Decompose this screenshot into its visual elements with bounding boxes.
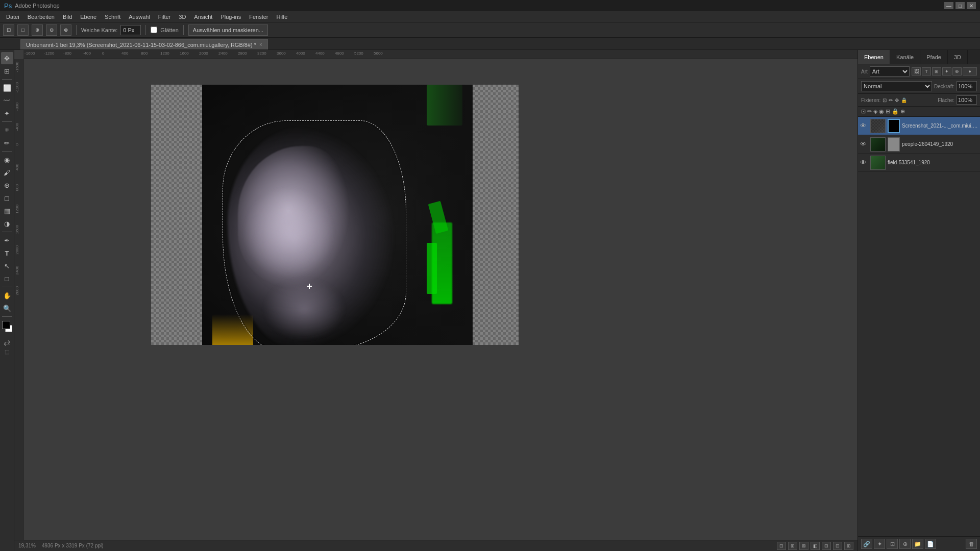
filter-icon-1[interactable]: 🖼 (912, 67, 921, 76)
foreground-color[interactable] (2, 321, 10, 329)
filter-icon-3[interactable]: ⊞ (932, 67, 941, 76)
layer-visibility-icon[interactable]: 👁 (860, 122, 868, 130)
lasso-tool[interactable]: 〰 (1, 94, 13, 107)
artboard-tool[interactable]: ⊞ (1, 65, 13, 77)
menu-datei[interactable]: Datei (2, 13, 23, 21)
lasso-add-btn[interactable]: ⊕ (32, 24, 43, 36)
status-icon-5[interactable]: ⊟ (822, 542, 831, 550)
heal-tool[interactable]: ◉ (1, 154, 13, 166)
dodge-tool[interactable]: ◑ (1, 217, 13, 230)
layer-name: Screenshot_2021-..._com.miui.gallery (902, 123, 978, 129)
tab-kanaele[interactable]: Kanäle (890, 50, 920, 64)
default-colors-icon[interactable]: ⬚ (5, 349, 9, 355)
status-icon-6[interactable]: ⊡ (833, 542, 842, 550)
lock-position-icon[interactable]: ✥ (895, 97, 899, 103)
menu-hilfe[interactable]: Hilfe (272, 13, 291, 21)
lock-transparent-icon[interactable]: ⊡ (883, 97, 887, 103)
marquee-tool[interactable]: ⬜ (1, 82, 13, 94)
layer-blend-mode[interactable]: Normal (861, 81, 932, 91)
tool-preset-btn[interactable]: ⊡ (3, 24, 14, 36)
smooth-input[interactable] (120, 25, 141, 35)
titlebar-left: Ps Adobe Photoshop (4, 2, 60, 10)
layer-visibility-icon[interactable]: 👁 (860, 140, 868, 148)
crop-tool[interactable]: ⌗ (1, 124, 13, 136)
layer-icon-6[interactable]: 🔒 (892, 108, 899, 115)
filter-toggle[interactable]: ● (963, 67, 977, 76)
new-fill-button[interactable]: ⊕ (899, 539, 911, 549)
menu-schrift[interactable]: Schrift (101, 13, 125, 21)
magic-wand-tool[interactable]: ✦ (1, 107, 13, 119)
path-select-tool[interactable]: ↖ (1, 260, 13, 272)
close-button[interactable]: ✕ (967, 2, 976, 9)
status-icon-7[interactable]: ⊞ (844, 542, 853, 550)
add-style-button[interactable]: ✦ (874, 539, 885, 549)
opacity-input[interactable] (957, 81, 977, 91)
menu-bearbeiten[interactable]: Bearbeiten (23, 13, 59, 21)
menu-auswahl[interactable]: Auswahl (125, 13, 154, 21)
link-layers-button[interactable]: 🔗 (861, 539, 872, 549)
menu-bild[interactable]: Bild (59, 13, 76, 21)
statusbar-icons: ⊡ ⊞ ⊠ ◧ ⊟ ⊡ ⊞ (777, 542, 853, 550)
ruler-tick: 3600 (277, 51, 286, 56)
maximize-button[interactable]: □ (955, 2, 965, 9)
layer-type-filter[interactable]: Art (870, 66, 910, 77)
move-tool[interactable]: ✥ (1, 52, 13, 64)
zoom-tool[interactable]: 🔍 (1, 302, 13, 314)
tab-pfade[interactable]: Pfade (920, 50, 948, 64)
eyedropper-tool[interactable]: ✏ (1, 137, 13, 149)
new-group-button[interactable]: 📁 (912, 539, 923, 549)
text-tool[interactable]: T (1, 247, 13, 259)
glitter-checkbox[interactable] (151, 27, 157, 33)
status-icon-3[interactable]: ⊠ (799, 542, 808, 550)
clone-tool[interactable]: ⊕ (1, 179, 13, 191)
layer-icon-3[interactable]: ◈ (873, 108, 877, 115)
layer-icon-4[interactable]: ◉ (879, 108, 884, 115)
menu-plugins[interactable]: Plug-ins (216, 13, 245, 21)
gradient-tool[interactable]: ▦ (1, 205, 13, 217)
tab-ebenen[interactable]: Ebenen (858, 50, 890, 64)
menu-filter[interactable]: Filter (154, 13, 175, 21)
layer-icon-1[interactable]: ⊡ (861, 108, 866, 115)
hand-tool[interactable]: ✋ (1, 289, 13, 302)
menu-ebene[interactable]: Ebene (76, 13, 101, 21)
layer-item[interactable]: 👁 field-533541_1920 (858, 154, 980, 172)
shape-tool[interactable]: □ (1, 272, 13, 285)
layer-icon-7[interactable]: ⊕ (900, 108, 905, 115)
ruler-tick-v: 1600 (15, 225, 19, 234)
layer-visibility-icon[interactable]: 👁 (860, 159, 868, 166)
filter-icon-2[interactable]: T (922, 67, 931, 76)
menu-ansicht[interactable]: Ansicht (190, 13, 216, 21)
document-tab[interactable]: Unbenannt-1 bei 19,3% (Screenshot_2021-0… (20, 39, 268, 49)
delete-layer-button[interactable]: 🗑 (966, 539, 977, 549)
menu-3d[interactable]: 3D (175, 13, 190, 21)
lock-all-icon[interactable]: 🔒 (901, 97, 907, 103)
canvas-area[interactable] (23, 59, 857, 551)
status-icon-1[interactable]: ⊡ (777, 542, 786, 550)
status-icon-4[interactable]: ◧ (811, 542, 820, 550)
select-mask-button[interactable]: Auswählen und maskieren... (188, 24, 268, 36)
minimize-button[interactable]: — (944, 2, 953, 9)
lasso-rect-btn[interactable]: □ (17, 24, 29, 36)
fill-input[interactable] (957, 95, 977, 105)
brush-tool[interactable]: 🖌 (1, 166, 13, 179)
layer-icon-2[interactable]: ✏ (867, 108, 872, 115)
status-icon-2[interactable]: ⊞ (788, 542, 797, 550)
new-layer-button[interactable]: 📄 (925, 539, 936, 549)
swap-colors-icon[interactable]: ⇄ (4, 338, 10, 347)
lasso-inter-btn[interactable]: ⊗ (60, 24, 71, 36)
tab-3d[interactable]: 3D (948, 50, 968, 64)
eraser-tool[interactable]: ◻ (1, 192, 13, 204)
add-mask-button[interactable]: ⊡ (887, 539, 898, 549)
layer-icon-5[interactable]: ⊞ (886, 108, 890, 115)
menu-fenster[interactable]: Fenster (245, 13, 272, 21)
lasso-sub-btn[interactable]: ⊖ (46, 24, 57, 36)
color-swatches (1, 321, 13, 335)
filter-icon-5[interactable]: ⊕ (952, 67, 962, 76)
lock-paint-icon[interactable]: ✏ (889, 97, 893, 103)
filter-icon-4[interactable]: ✦ (942, 67, 951, 76)
pen-tool[interactable]: ✒ (1, 234, 13, 246)
layer-item[interactable]: 👁 Screenshot_2021-..._com.miui.gallery (858, 117, 980, 135)
person-shadow (381, 85, 473, 345)
layer-item[interactable]: 👁 people-2604149_1920 (858, 135, 980, 154)
tab-close-icon[interactable]: × (259, 42, 262, 47)
